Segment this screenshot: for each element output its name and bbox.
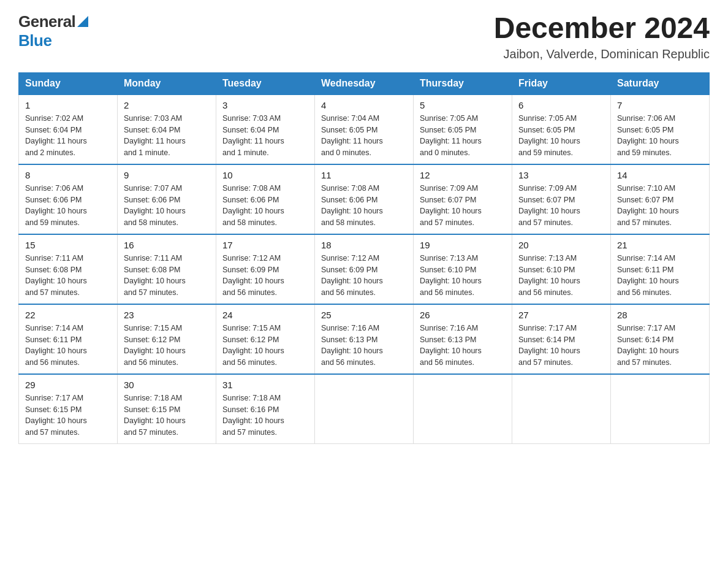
day-info: Sunrise: 7:14 AMSunset: 6:11 PMDaylight:… bbox=[617, 253, 703, 299]
table-row bbox=[512, 374, 611, 444]
day-info: Sunrise: 7:10 AMSunset: 6:07 PMDaylight:… bbox=[617, 183, 703, 229]
logo-triangle-icon bbox=[77, 16, 88, 27]
table-row: 26Sunrise: 7:16 AMSunset: 6:13 PMDayligh… bbox=[414, 304, 512, 374]
table-row: 16Sunrise: 7:11 AMSunset: 6:08 PMDayligh… bbox=[118, 234, 216, 304]
table-row: 10Sunrise: 7:08 AMSunset: 6:06 PMDayligh… bbox=[216, 164, 315, 234]
day-info: Sunrise: 7:13 AMSunset: 6:10 PMDaylight:… bbox=[518, 253, 604, 299]
calendar-week-row: 1Sunrise: 7:02 AMSunset: 6:04 PMDaylight… bbox=[19, 94, 710, 164]
table-row: 4Sunrise: 7:04 AMSunset: 6:05 PMDaylight… bbox=[315, 94, 414, 164]
table-row: 19Sunrise: 7:13 AMSunset: 6:10 PMDayligh… bbox=[414, 234, 512, 304]
table-row: 24Sunrise: 7:15 AMSunset: 6:12 PMDayligh… bbox=[216, 304, 315, 374]
table-row: 6Sunrise: 7:05 AMSunset: 6:05 PMDaylight… bbox=[512, 94, 611, 164]
table-row: 27Sunrise: 7:17 AMSunset: 6:14 PMDayligh… bbox=[512, 304, 611, 374]
day-info: Sunrise: 7:16 AMSunset: 6:13 PMDaylight:… bbox=[420, 323, 506, 369]
day-number: 9 bbox=[124, 170, 210, 180]
table-row: 11Sunrise: 7:08 AMSunset: 6:06 PMDayligh… bbox=[315, 164, 414, 234]
day-number: 7 bbox=[617, 100, 703, 110]
day-info: Sunrise: 7:09 AMSunset: 6:07 PMDaylight:… bbox=[420, 183, 506, 229]
day-number: 5 bbox=[420, 100, 506, 110]
day-number: 28 bbox=[617, 310, 703, 320]
day-number: 29 bbox=[25, 380, 111, 390]
day-info: Sunrise: 7:03 AMSunset: 6:04 PMDaylight:… bbox=[222, 113, 308, 159]
table-row: 8Sunrise: 7:06 AMSunset: 6:06 PMDaylight… bbox=[19, 164, 118, 234]
table-row bbox=[315, 374, 414, 444]
day-number: 6 bbox=[518, 100, 604, 110]
table-row: 18Sunrise: 7:12 AMSunset: 6:09 PMDayligh… bbox=[315, 234, 414, 304]
table-row: 22Sunrise: 7:14 AMSunset: 6:11 PMDayligh… bbox=[19, 304, 118, 374]
day-info: Sunrise: 7:05 AMSunset: 6:05 PMDaylight:… bbox=[518, 113, 604, 159]
day-number: 26 bbox=[420, 310, 506, 320]
day-number: 18 bbox=[321, 240, 407, 250]
table-row: 2Sunrise: 7:03 AMSunset: 6:04 PMDaylight… bbox=[118, 94, 216, 164]
day-info: Sunrise: 7:02 AMSunset: 6:04 PMDaylight:… bbox=[25, 113, 111, 159]
day-info: Sunrise: 7:17 AMSunset: 6:14 PMDaylight:… bbox=[617, 323, 703, 369]
header-wednesday: Wednesday bbox=[315, 72, 414, 94]
title-area: December 2024 Jaibon, Valverde, Dominica… bbox=[494, 12, 710, 61]
day-info: Sunrise: 7:14 AMSunset: 6:11 PMDaylight:… bbox=[25, 323, 111, 369]
header-monday: Monday bbox=[118, 72, 216, 94]
day-number: 2 bbox=[124, 100, 210, 110]
day-number: 24 bbox=[222, 310, 308, 320]
table-row: 14Sunrise: 7:10 AMSunset: 6:07 PMDayligh… bbox=[611, 164, 710, 234]
table-row: 3Sunrise: 7:03 AMSunset: 6:04 PMDaylight… bbox=[216, 94, 315, 164]
day-number: 27 bbox=[518, 310, 604, 320]
day-info: Sunrise: 7:18 AMSunset: 6:16 PMDaylight:… bbox=[222, 393, 308, 439]
table-row bbox=[414, 374, 512, 444]
header-sunday: Sunday bbox=[19, 72, 118, 94]
table-row: 20Sunrise: 7:13 AMSunset: 6:10 PMDayligh… bbox=[512, 234, 611, 304]
logo-blue-text: Blue bbox=[18, 31, 51, 50]
day-number: 16 bbox=[124, 240, 210, 250]
day-number: 11 bbox=[321, 170, 407, 180]
day-info: Sunrise: 7:17 AMSunset: 6:14 PMDaylight:… bbox=[518, 323, 604, 369]
table-row: 31Sunrise: 7:18 AMSunset: 6:16 PMDayligh… bbox=[216, 374, 315, 444]
day-info: Sunrise: 7:11 AMSunset: 6:08 PMDaylight:… bbox=[124, 253, 210, 299]
table-row: 28Sunrise: 7:17 AMSunset: 6:14 PMDayligh… bbox=[611, 304, 710, 374]
table-row: 12Sunrise: 7:09 AMSunset: 6:07 PMDayligh… bbox=[414, 164, 512, 234]
day-number: 17 bbox=[222, 240, 308, 250]
day-number: 14 bbox=[617, 170, 703, 180]
table-row: 15Sunrise: 7:11 AMSunset: 6:08 PMDayligh… bbox=[19, 234, 118, 304]
day-info: Sunrise: 7:08 AMSunset: 6:06 PMDaylight:… bbox=[321, 183, 407, 229]
calendar-week-row: 8Sunrise: 7:06 AMSunset: 6:06 PMDaylight… bbox=[19, 164, 710, 234]
table-row: 25Sunrise: 7:16 AMSunset: 6:13 PMDayligh… bbox=[315, 304, 414, 374]
day-info: Sunrise: 7:15 AMSunset: 6:12 PMDaylight:… bbox=[222, 323, 308, 369]
day-number: 30 bbox=[124, 380, 210, 390]
table-row: 7Sunrise: 7:06 AMSunset: 6:05 PMDaylight… bbox=[611, 94, 710, 164]
day-number: 20 bbox=[518, 240, 604, 250]
day-info: Sunrise: 7:09 AMSunset: 6:07 PMDaylight:… bbox=[518, 183, 604, 229]
day-info: Sunrise: 7:12 AMSunset: 6:09 PMDaylight:… bbox=[321, 253, 407, 299]
day-number: 3 bbox=[222, 100, 308, 110]
day-info: Sunrise: 7:18 AMSunset: 6:15 PMDaylight:… bbox=[124, 393, 210, 439]
day-info: Sunrise: 7:12 AMSunset: 6:09 PMDaylight:… bbox=[222, 253, 308, 299]
day-number: 25 bbox=[321, 310, 407, 320]
day-info: Sunrise: 7:17 AMSunset: 6:15 PMDaylight:… bbox=[25, 393, 111, 439]
table-row: 30Sunrise: 7:18 AMSunset: 6:15 PMDayligh… bbox=[118, 374, 216, 444]
day-info: Sunrise: 7:03 AMSunset: 6:04 PMDaylight:… bbox=[124, 113, 210, 159]
day-info: Sunrise: 7:05 AMSunset: 6:05 PMDaylight:… bbox=[420, 113, 506, 159]
table-row: 21Sunrise: 7:14 AMSunset: 6:11 PMDayligh… bbox=[611, 234, 710, 304]
day-number: 12 bbox=[420, 170, 506, 180]
day-info: Sunrise: 7:06 AMSunset: 6:05 PMDaylight:… bbox=[617, 113, 703, 159]
calendar-table: Sunday Monday Tuesday Wednesday Thursday… bbox=[18, 72, 710, 444]
day-info: Sunrise: 7:16 AMSunset: 6:13 PMDaylight:… bbox=[321, 323, 407, 369]
logo: General Blue bbox=[18, 12, 88, 50]
header-saturday: Saturday bbox=[611, 72, 710, 94]
day-number: 22 bbox=[25, 310, 111, 320]
day-number: 8 bbox=[25, 170, 111, 180]
day-number: 21 bbox=[617, 240, 703, 250]
day-info: Sunrise: 7:04 AMSunset: 6:05 PMDaylight:… bbox=[321, 113, 407, 159]
table-row: 29Sunrise: 7:17 AMSunset: 6:15 PMDayligh… bbox=[19, 374, 118, 444]
day-number: 23 bbox=[124, 310, 210, 320]
calendar-week-row: 29Sunrise: 7:17 AMSunset: 6:15 PMDayligh… bbox=[19, 374, 710, 444]
table-row: 23Sunrise: 7:15 AMSunset: 6:12 PMDayligh… bbox=[118, 304, 216, 374]
day-info: Sunrise: 7:08 AMSunset: 6:06 PMDaylight:… bbox=[222, 183, 308, 229]
calendar-week-row: 15Sunrise: 7:11 AMSunset: 6:08 PMDayligh… bbox=[19, 234, 710, 304]
day-number: 31 bbox=[222, 380, 308, 390]
day-info: Sunrise: 7:13 AMSunset: 6:10 PMDaylight:… bbox=[420, 253, 506, 299]
page-header: General Blue December 2024 Jaibon, Valve… bbox=[18, 12, 710, 61]
day-info: Sunrise: 7:15 AMSunset: 6:12 PMDaylight:… bbox=[124, 323, 210, 369]
day-number: 10 bbox=[222, 170, 308, 180]
table-row: 5Sunrise: 7:05 AMSunset: 6:05 PMDaylight… bbox=[414, 94, 512, 164]
day-number: 1 bbox=[25, 100, 111, 110]
day-info: Sunrise: 7:06 AMSunset: 6:06 PMDaylight:… bbox=[25, 183, 111, 229]
